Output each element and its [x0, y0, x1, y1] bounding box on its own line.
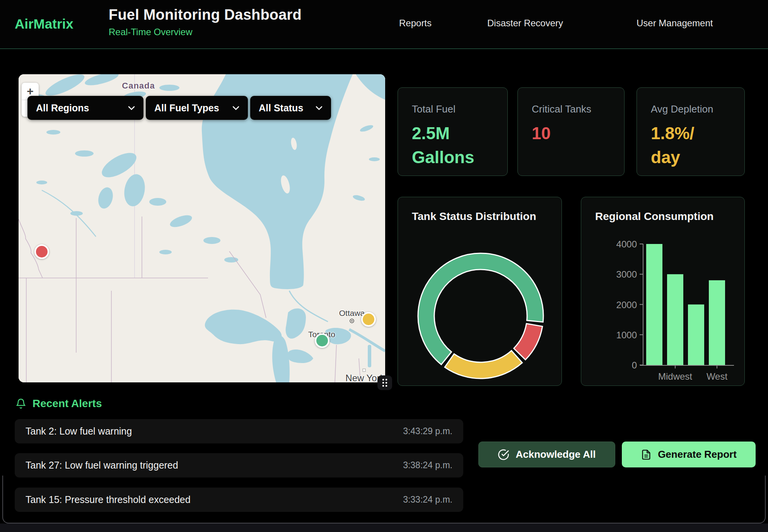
nav-disaster-recovery[interactable]: Disaster Recovery: [487, 18, 563, 29]
alert-message: Tank 15: Pressure threshold exceeded: [26, 494, 191, 505]
title-block: Fuel Monitoring Dashboard Real-Time Over…: [109, 7, 302, 38]
stat-value: 10: [532, 121, 624, 145]
bar-col-0[interactable]: [646, 244, 662, 365]
stat-value: 1.8%/ day: [651, 121, 744, 170]
tank-marker-critical[interactable]: [34, 244, 49, 259]
regional-consumption-card: Regional Consumption 01000200030004000Mi…: [581, 197, 745, 386]
bar-West[interactable]: [709, 280, 725, 365]
x-tick-label: West: [707, 371, 728, 382]
status-filter-dropdown[interactable]: All Status: [250, 96, 331, 120]
page-title: Fuel Monitoring Dashboard: [109, 7, 302, 23]
y-tick-label: 0: [632, 360, 637, 370]
status-filter-value: All Status: [259, 102, 303, 114]
acknowledge-all-button[interactable]: Acknowledge All: [478, 442, 615, 467]
stat-label: Avg Depletion: [651, 103, 744, 115]
map-drag-handle[interactable]: [377, 375, 392, 390]
donut-segment-warning[interactable]: [445, 351, 522, 379]
map-panel[interactable]: Canada Ottawa Toronto New York + All Reg…: [19, 74, 385, 382]
x-tick-label: Midwest: [658, 371, 692, 382]
new-york-town-icon: [363, 369, 365, 372]
ottawa-town-icon: [350, 319, 354, 323]
regional-consumption-bar-chart[interactable]: 01000200030004000MidwestWest: [581, 197, 745, 386]
stat-card-total-fuel: Total Fuel 2.5M Gallons: [398, 87, 508, 176]
region-filter-dropdown[interactable]: All Regions: [27, 96, 143, 120]
y-tick-label: 1000: [616, 330, 637, 340]
map-filter-bar: All Regions All Fuel Types All Status: [27, 96, 331, 120]
tank-status-card: Tank Status Distribution: [398, 197, 562, 386]
alerts-header: Recent Alerts: [15, 397, 102, 410]
stat-card-critical-tanks: Critical Tanks 10: [517, 87, 625, 176]
alert-row[interactable]: Tank 2: Low fuel warning 3:43:29 p.m.: [15, 419, 463, 443]
alert-row[interactable]: Tank 27: Low fuel warning triggered 3:38…: [15, 453, 463, 477]
fuel-type-filter-value: All Fuel Types: [154, 102, 219, 114]
region-filter-value: All Regions: [36, 102, 89, 114]
alerts-title: Recent Alerts: [32, 397, 102, 410]
chevron-down-icon: [232, 106, 239, 110]
bar-Midwest[interactable]: [667, 274, 683, 365]
stat-value: 2.5M Gallons: [412, 121, 507, 170]
bar-col-2[interactable]: [688, 305, 704, 365]
generate-report-label: Generate Report: [658, 448, 737, 460]
alert-timestamp: 3:43:29 p.m.: [403, 426, 452, 437]
tank-marker-normal[interactable]: [315, 333, 329, 348]
window-bottom-strip: [0, 523, 768, 532]
nav-reports[interactable]: Reports: [399, 18, 432, 29]
map-label-ottawa: Ottawa: [339, 309, 365, 318]
brand-logo: AirMatrix: [15, 16, 73, 32]
grip-dots-icon: [380, 378, 389, 388]
stat-label: Critical Tanks: [532, 103, 624, 115]
y-tick-label: 2000: [616, 300, 637, 310]
tank-marker-warning[interactable]: [361, 312, 376, 327]
bell-icon: [15, 398, 26, 409]
stat-card-avg-depletion: Avg Depletion 1.8%/ day: [637, 87, 745, 176]
stat-label: Total Fuel: [412, 103, 507, 115]
nav-user-management[interactable]: User Management: [637, 18, 713, 29]
tank-status-donut-chart[interactable]: [398, 197, 562, 386]
chevron-down-icon: [128, 106, 135, 110]
alert-message: Tank 27: Low fuel warning triggered: [26, 460, 178, 471]
alert-timestamp: 3:33:24 p.m.: [403, 494, 452, 505]
alert-timestamp: 3:38:24 p.m.: [403, 460, 452, 471]
check-circle-icon: [498, 449, 509, 460]
chevron-down-icon: [316, 106, 323, 110]
page-subtitle: Real-Time Overview: [109, 27, 302, 38]
map-label-canada: Canada: [122, 81, 155, 91]
alert-message: Tank 2: Low fuel warning: [26, 426, 132, 437]
file-text-icon: [641, 449, 652, 460]
alert-row[interactable]: Tank 15: Pressure threshold exceeded 3:3…: [15, 488, 463, 512]
donut-segment-critical[interactable]: [514, 324, 543, 360]
app-header: AirMatrix Fuel Monitoring Dashboard Real…: [0, 0, 768, 49]
acknowledge-all-label: Acknowledge All: [515, 448, 596, 460]
fuel-type-filter-dropdown[interactable]: All Fuel Types: [146, 96, 248, 120]
y-tick-label: 3000: [616, 269, 637, 280]
generate-report-button[interactable]: Generate Report: [622, 442, 756, 467]
y-tick-label: 4000: [616, 239, 637, 249]
